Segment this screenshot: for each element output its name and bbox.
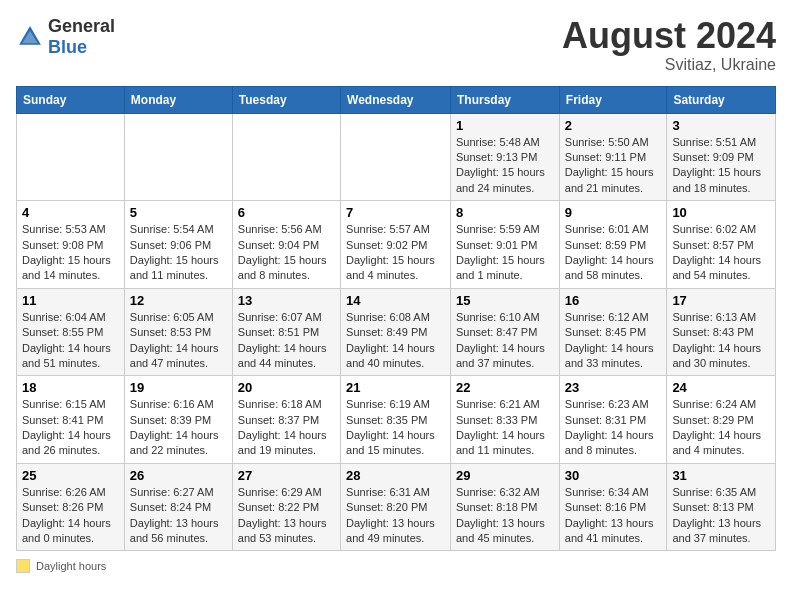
title-block: August 2024 Svitiaz, Ukraine bbox=[562, 16, 776, 74]
calendar-cell: 5 Sunrise: 5:54 AMSunset: 9:06 PMDayligh… bbox=[124, 201, 232, 289]
day-content: Sunrise: 5:57 AMSunset: 9:02 PMDaylight:… bbox=[346, 223, 435, 281]
day-content: Sunrise: 6:32 AMSunset: 8:18 PMDaylight:… bbox=[456, 486, 545, 544]
logo: General Blue bbox=[16, 16, 115, 58]
day-content: Sunrise: 5:53 AMSunset: 9:08 PMDaylight:… bbox=[22, 223, 111, 281]
day-number: 16 bbox=[565, 293, 662, 308]
day-header-tuesday: Tuesday bbox=[232, 86, 340, 113]
calendar-cell: 16 Sunrise: 6:12 AMSunset: 8:45 PMDaylig… bbox=[559, 288, 667, 376]
day-number: 11 bbox=[22, 293, 119, 308]
day-content: Sunrise: 5:51 AMSunset: 9:09 PMDaylight:… bbox=[672, 136, 761, 194]
day-content: Sunrise: 6:24 AMSunset: 8:29 PMDaylight:… bbox=[672, 398, 761, 456]
calendar-cell bbox=[17, 113, 125, 201]
day-header-saturday: Saturday bbox=[667, 86, 776, 113]
logo-blue: Blue bbox=[48, 37, 87, 57]
calendar-cell: 12 Sunrise: 6:05 AMSunset: 8:53 PMDaylig… bbox=[124, 288, 232, 376]
calendar-cell: 28 Sunrise: 6:31 AMSunset: 8:20 PMDaylig… bbox=[341, 463, 451, 551]
calendar-cell: 1 Sunrise: 5:48 AMSunset: 9:13 PMDayligh… bbox=[451, 113, 560, 201]
day-number: 23 bbox=[565, 380, 662, 395]
calendar-cell: 29 Sunrise: 6:32 AMSunset: 8:18 PMDaylig… bbox=[451, 463, 560, 551]
calendar-cell bbox=[341, 113, 451, 201]
day-content: Sunrise: 6:01 AMSunset: 8:59 PMDaylight:… bbox=[565, 223, 654, 281]
day-number: 26 bbox=[130, 468, 227, 483]
calendar-week-row: 4 Sunrise: 5:53 AMSunset: 9:08 PMDayligh… bbox=[17, 201, 776, 289]
day-header-monday: Monday bbox=[124, 86, 232, 113]
day-content: Sunrise: 5:50 AMSunset: 9:11 PMDaylight:… bbox=[565, 136, 654, 194]
day-content: Sunrise: 6:16 AMSunset: 8:39 PMDaylight:… bbox=[130, 398, 219, 456]
day-number: 20 bbox=[238, 380, 335, 395]
calendar-cell bbox=[232, 113, 340, 201]
calendar-cell: 10 Sunrise: 6:02 AMSunset: 8:57 PMDaylig… bbox=[667, 201, 776, 289]
day-number: 17 bbox=[672, 293, 770, 308]
day-content: Sunrise: 6:07 AMSunset: 8:51 PMDaylight:… bbox=[238, 311, 327, 369]
calendar-cell: 3 Sunrise: 5:51 AMSunset: 9:09 PMDayligh… bbox=[667, 113, 776, 201]
day-content: Sunrise: 6:15 AMSunset: 8:41 PMDaylight:… bbox=[22, 398, 111, 456]
calendar-cell: 30 Sunrise: 6:34 AMSunset: 8:16 PMDaylig… bbox=[559, 463, 667, 551]
day-content: Sunrise: 6:21 AMSunset: 8:33 PMDaylight:… bbox=[456, 398, 545, 456]
calendar-cell: 15 Sunrise: 6:10 AMSunset: 8:47 PMDaylig… bbox=[451, 288, 560, 376]
daylight-indicator bbox=[16, 559, 30, 573]
calendar-cell: 17 Sunrise: 6:13 AMSunset: 8:43 PMDaylig… bbox=[667, 288, 776, 376]
subtitle: Svitiaz, Ukraine bbox=[562, 56, 776, 74]
day-number: 21 bbox=[346, 380, 445, 395]
day-content: Sunrise: 6:08 AMSunset: 8:49 PMDaylight:… bbox=[346, 311, 435, 369]
calendar-cell: 13 Sunrise: 6:07 AMSunset: 8:51 PMDaylig… bbox=[232, 288, 340, 376]
day-number: 31 bbox=[672, 468, 770, 483]
calendar-week-row: 18 Sunrise: 6:15 AMSunset: 8:41 PMDaylig… bbox=[17, 376, 776, 464]
daylight-label: Daylight hours bbox=[36, 560, 106, 572]
calendar-cell: 11 Sunrise: 6:04 AMSunset: 8:55 PMDaylig… bbox=[17, 288, 125, 376]
day-content: Sunrise: 6:31 AMSunset: 8:20 PMDaylight:… bbox=[346, 486, 435, 544]
calendar-cell: 19 Sunrise: 6:16 AMSunset: 8:39 PMDaylig… bbox=[124, 376, 232, 464]
calendar-cell: 2 Sunrise: 5:50 AMSunset: 9:11 PMDayligh… bbox=[559, 113, 667, 201]
day-number: 13 bbox=[238, 293, 335, 308]
day-content: Sunrise: 6:19 AMSunset: 8:35 PMDaylight:… bbox=[346, 398, 435, 456]
calendar-cell: 25 Sunrise: 6:26 AMSunset: 8:26 PMDaylig… bbox=[17, 463, 125, 551]
day-number: 2 bbox=[565, 118, 662, 133]
day-number: 18 bbox=[22, 380, 119, 395]
calendar-cell: 22 Sunrise: 6:21 AMSunset: 8:33 PMDaylig… bbox=[451, 376, 560, 464]
calendar-header-row: SundayMondayTuesdayWednesdayThursdayFrid… bbox=[17, 86, 776, 113]
main-title: August 2024 bbox=[562, 16, 776, 56]
day-number: 1 bbox=[456, 118, 554, 133]
calendar-cell: 24 Sunrise: 6:24 AMSunset: 8:29 PMDaylig… bbox=[667, 376, 776, 464]
logo-general: General bbox=[48, 16, 115, 36]
calendar-week-row: 25 Sunrise: 6:26 AMSunset: 8:26 PMDaylig… bbox=[17, 463, 776, 551]
day-number: 12 bbox=[130, 293, 227, 308]
day-content: Sunrise: 6:02 AMSunset: 8:57 PMDaylight:… bbox=[672, 223, 761, 281]
calendar-cell: 31 Sunrise: 6:35 AMSunset: 8:13 PMDaylig… bbox=[667, 463, 776, 551]
day-header-thursday: Thursday bbox=[451, 86, 560, 113]
day-number: 24 bbox=[672, 380, 770, 395]
day-content: Sunrise: 6:27 AMSunset: 8:24 PMDaylight:… bbox=[130, 486, 219, 544]
calendar-cell: 21 Sunrise: 6:19 AMSunset: 8:35 PMDaylig… bbox=[341, 376, 451, 464]
day-content: Sunrise: 5:48 AMSunset: 9:13 PMDaylight:… bbox=[456, 136, 545, 194]
day-number: 8 bbox=[456, 205, 554, 220]
calendar-week-row: 1 Sunrise: 5:48 AMSunset: 9:13 PMDayligh… bbox=[17, 113, 776, 201]
day-number: 29 bbox=[456, 468, 554, 483]
calendar-cell: 18 Sunrise: 6:15 AMSunset: 8:41 PMDaylig… bbox=[17, 376, 125, 464]
day-content: Sunrise: 6:04 AMSunset: 8:55 PMDaylight:… bbox=[22, 311, 111, 369]
day-content: Sunrise: 6:13 AMSunset: 8:43 PMDaylight:… bbox=[672, 311, 761, 369]
calendar-cell: 7 Sunrise: 5:57 AMSunset: 9:02 PMDayligh… bbox=[341, 201, 451, 289]
calendar-table: SundayMondayTuesdayWednesdayThursdayFrid… bbox=[16, 86, 776, 552]
page-header: General Blue August 2024 Svitiaz, Ukrain… bbox=[16, 16, 776, 74]
day-number: 14 bbox=[346, 293, 445, 308]
footer-note: Daylight hours bbox=[16, 559, 776, 573]
day-content: Sunrise: 6:12 AMSunset: 8:45 PMDaylight:… bbox=[565, 311, 654, 369]
day-number: 10 bbox=[672, 205, 770, 220]
day-number: 19 bbox=[130, 380, 227, 395]
day-number: 30 bbox=[565, 468, 662, 483]
day-number: 7 bbox=[346, 205, 445, 220]
day-header-sunday: Sunday bbox=[17, 86, 125, 113]
calendar-cell: 6 Sunrise: 5:56 AMSunset: 9:04 PMDayligh… bbox=[232, 201, 340, 289]
day-content: Sunrise: 5:56 AMSunset: 9:04 PMDaylight:… bbox=[238, 223, 327, 281]
calendar-cell: 8 Sunrise: 5:59 AMSunset: 9:01 PMDayligh… bbox=[451, 201, 560, 289]
calendar-cell: 20 Sunrise: 6:18 AMSunset: 8:37 PMDaylig… bbox=[232, 376, 340, 464]
calendar-cell bbox=[124, 113, 232, 201]
day-content: Sunrise: 6:29 AMSunset: 8:22 PMDaylight:… bbox=[238, 486, 327, 544]
day-content: Sunrise: 6:10 AMSunset: 8:47 PMDaylight:… bbox=[456, 311, 545, 369]
day-header-wednesday: Wednesday bbox=[341, 86, 451, 113]
calendar-week-row: 11 Sunrise: 6:04 AMSunset: 8:55 PMDaylig… bbox=[17, 288, 776, 376]
day-number: 9 bbox=[565, 205, 662, 220]
calendar-cell: 27 Sunrise: 6:29 AMSunset: 8:22 PMDaylig… bbox=[232, 463, 340, 551]
day-content: Sunrise: 5:59 AMSunset: 9:01 PMDaylight:… bbox=[456, 223, 545, 281]
day-number: 6 bbox=[238, 205, 335, 220]
